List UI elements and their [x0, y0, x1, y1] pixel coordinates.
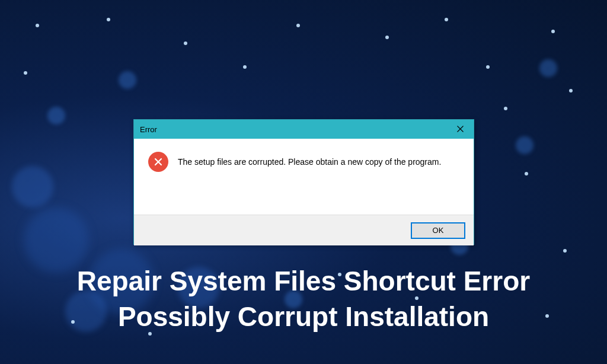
dialog-footer: OK	[134, 215, 474, 245]
error-dialog: Error The setup files are corrupted. Ple…	[133, 119, 474, 245]
dialog-body: The setup files are corrupted. Please ob…	[134, 139, 474, 215]
banner-line-1: Repair System Files Shortcut Error	[18, 264, 589, 299]
banner-line-2: Possibly Corrupt Installation	[18, 299, 589, 335]
ok-button[interactable]: OK	[411, 222, 465, 239]
close-button[interactable]	[446, 120, 474, 139]
error-icon	[148, 152, 168, 172]
close-icon	[457, 124, 464, 135]
banner-heading: Repair System Files Shortcut Error Possi…	[0, 264, 607, 335]
dialog-message: The setup files are corrupted. Please ob…	[178, 153, 441, 168]
dialog-titlebar[interactable]: Error	[134, 120, 474, 139]
dialog-title: Error	[140, 125, 157, 134]
